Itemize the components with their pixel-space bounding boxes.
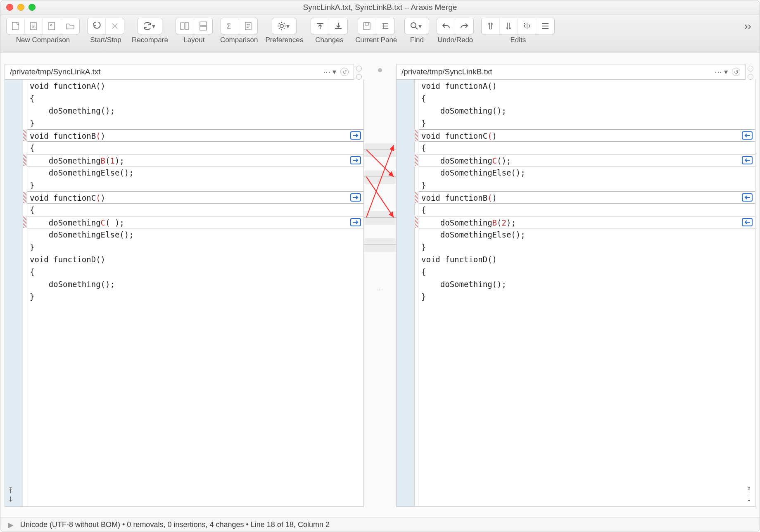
comparison-report-button[interactable] bbox=[239, 18, 257, 34]
svg-rect-18 bbox=[364, 238, 396, 252]
right-pane-dot-bottom-icon[interactable] bbox=[748, 74, 753, 80]
stop-button[interactable] bbox=[106, 18, 124, 34]
left-pane-dot-bottom-icon[interactable] bbox=[356, 74, 362, 80]
new-binary-compare-button[interactable]: 01 bbox=[25, 18, 43, 34]
edits-list-button[interactable] bbox=[536, 18, 554, 34]
save-pane-button[interactable] bbox=[358, 18, 376, 34]
find-button[interactable]: ▾ bbox=[405, 18, 429, 34]
code-line[interactable]: doSomethingC( ); bbox=[27, 216, 363, 228]
scroll-top-icon[interactable]: ⭱ bbox=[746, 487, 753, 494]
code-line[interactable]: } bbox=[27, 290, 363, 303]
right-pane-dot-top-icon[interactable] bbox=[748, 66, 753, 71]
code-line[interactable]: doSomethingB(2); bbox=[419, 216, 755, 228]
code-line[interactable]: { bbox=[419, 92, 755, 104]
layout-horizontal-button[interactable] bbox=[176, 18, 194, 34]
find-label: Find bbox=[410, 36, 424, 44]
redo-button[interactable] bbox=[455, 18, 473, 34]
right-code[interactable]: void functionA(){ doSomething();}void fu… bbox=[419, 80, 755, 506]
link-spine: ⋯ bbox=[364, 64, 396, 515]
status-bar: ▶ Unicode (UTF-8 without BOM) • 0 remova… bbox=[0, 518, 760, 532]
code-line[interactable]: { bbox=[27, 266, 363, 278]
code-line[interactable]: } bbox=[27, 117, 363, 129]
right-path-menu-icon[interactable]: ⋯ ▾ bbox=[715, 67, 728, 76]
new-folder-compare-button[interactable] bbox=[61, 18, 79, 34]
merge-left-icon[interactable] bbox=[742, 218, 753, 226]
comparison-summary-button[interactable]: Σ bbox=[221, 18, 239, 34]
merge-left-icon[interactable] bbox=[742, 156, 753, 164]
code-line[interactable]: } bbox=[419, 241, 755, 253]
code-line[interactable]: { bbox=[27, 204, 363, 216]
code-line[interactable]: void functionA() bbox=[419, 80, 755, 92]
code-line[interactable]: void functionD() bbox=[27, 253, 363, 266]
code-line[interactable]: void functionB() bbox=[419, 191, 755, 204]
code-line[interactable]: { bbox=[27, 142, 363, 154]
code-line[interactable]: { bbox=[419, 204, 755, 216]
edit-pane-button[interactable] bbox=[376, 18, 394, 34]
code-line[interactable]: doSomethingC(); bbox=[419, 154, 755, 166]
code-line[interactable]: doSomethingB(1); bbox=[27, 154, 363, 166]
titlebar: SyncLinkA.txt, SyncLinkB.txt – Araxis Me… bbox=[0, 0, 760, 14]
code-line[interactable]: doSomethingElse(); bbox=[419, 166, 755, 179]
merge-right-icon[interactable] bbox=[350, 193, 361, 202]
left-path-text: /private/tmp/SyncLinkA.txt bbox=[10, 67, 319, 76]
merge-right-icon[interactable] bbox=[350, 218, 361, 226]
code-line[interactable]: } bbox=[419, 179, 755, 191]
svg-rect-5 bbox=[180, 23, 184, 29]
code-line[interactable]: void functionD() bbox=[419, 253, 755, 266]
merge-left-icon[interactable] bbox=[742, 131, 753, 140]
left-pathbar[interactable]: /private/tmp/SyncLinkA.txt ⋯ ▾ ↺ bbox=[5, 64, 354, 80]
group-start-stop: Start/Stop bbox=[87, 18, 124, 44]
new-text-compare-button[interactable] bbox=[7, 18, 25, 34]
right-scroll-handles[interactable]: ⭱ ⭳ bbox=[746, 487, 753, 503]
scroll-bottom-icon[interactable]: ⭳ bbox=[7, 496, 14, 503]
right-pathbar[interactable]: /private/tmp/SyncLinkB.txt ⋯ ▾ ↺ bbox=[396, 64, 746, 80]
edits-merge-up-button[interactable] bbox=[482, 18, 500, 34]
left-history-icon[interactable]: ↺ bbox=[340, 68, 349, 76]
new-image-compare-button[interactable] bbox=[43, 18, 61, 34]
recompare-button[interactable]: ▾ bbox=[138, 18, 162, 34]
left-path-menu-icon[interactable]: ⋯ ▾ bbox=[323, 67, 336, 76]
code-line[interactable]: } bbox=[419, 290, 755, 303]
code-line[interactable]: } bbox=[27, 179, 363, 191]
code-line[interactable]: doSomething(); bbox=[419, 278, 755, 290]
code-line[interactable]: void functionA() bbox=[27, 80, 363, 92]
edits-merge-down-button[interactable] bbox=[500, 18, 518, 34]
code-line[interactable]: doSomething(); bbox=[27, 278, 363, 290]
code-line[interactable]: { bbox=[419, 142, 755, 154]
status-disclosure-icon[interactable]: ▶ bbox=[8, 520, 14, 530]
merge-right-icon[interactable] bbox=[350, 131, 361, 140]
left-scroll-handles[interactable]: ⭱ ⭳ bbox=[7, 487, 14, 503]
svg-rect-13 bbox=[365, 23, 368, 25]
left-code[interactable]: void functionA(){ doSomething();}void fu… bbox=[27, 80, 363, 506]
code-line[interactable]: doSomething(); bbox=[419, 104, 755, 117]
start-button[interactable] bbox=[88, 18, 106, 34]
code-line[interactable]: } bbox=[419, 117, 755, 129]
code-line[interactable]: doSomething(); bbox=[27, 104, 363, 117]
next-change-button[interactable] bbox=[329, 18, 347, 34]
code-line[interactable]: } bbox=[27, 241, 363, 253]
left-editor[interactable]: void functionA(){ doSomething();}void fu… bbox=[5, 80, 364, 507]
code-line[interactable]: doSomethingElse(); bbox=[27, 228, 363, 241]
toolbar-overflow-icon[interactable]: ›› bbox=[744, 18, 754, 34]
left-pane-dot-top-icon[interactable] bbox=[356, 66, 362, 71]
scroll-bottom-icon[interactable]: ⭳ bbox=[746, 496, 753, 503]
layout-vertical-button[interactable] bbox=[194, 18, 212, 34]
edits-remove-button[interactable] bbox=[518, 18, 536, 34]
merge-right-icon[interactable] bbox=[350, 156, 361, 164]
code-line[interactable]: void functionC() bbox=[27, 191, 363, 204]
code-line[interactable]: void functionB() bbox=[27, 129, 363, 142]
right-editor[interactable]: void functionA(){ doSomething();}void fu… bbox=[396, 80, 755, 507]
svg-text:Σ: Σ bbox=[227, 23, 231, 30]
prev-change-button[interactable] bbox=[311, 18, 329, 34]
right-history-icon[interactable]: ↺ bbox=[732, 68, 740, 76]
code-line[interactable]: doSomethingElse(); bbox=[419, 228, 755, 241]
code-line[interactable]: doSomethingElse(); bbox=[27, 166, 363, 179]
merge-left-icon[interactable] bbox=[742, 193, 753, 202]
code-line[interactable]: { bbox=[27, 92, 363, 104]
scroll-top-icon[interactable]: ⭱ bbox=[7, 487, 14, 494]
group-find: ▾ Find bbox=[404, 18, 429, 44]
undo-button[interactable] bbox=[437, 18, 455, 34]
code-line[interactable]: void functionC() bbox=[419, 129, 755, 142]
code-line[interactable]: { bbox=[419, 266, 755, 278]
preferences-button[interactable]: ▾ bbox=[272, 18, 296, 34]
